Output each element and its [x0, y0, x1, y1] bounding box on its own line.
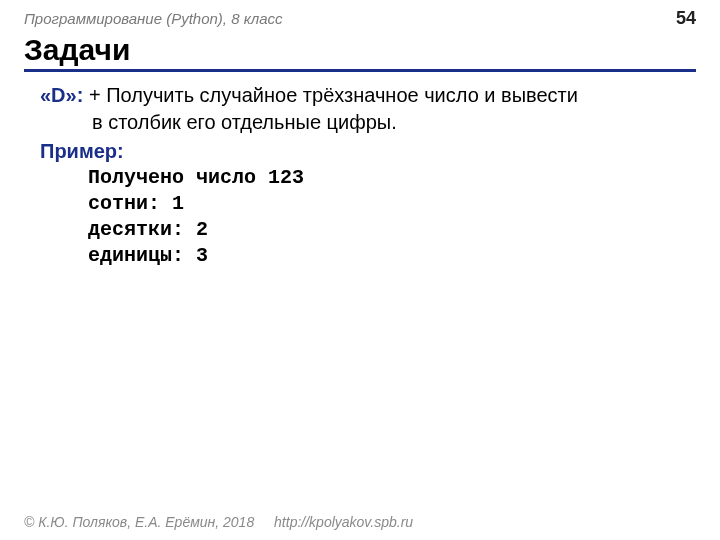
task-label: «D»: — [40, 84, 83, 106]
example-line: Получено число 123 — [40, 165, 696, 191]
page-number: 54 — [676, 8, 696, 29]
content-body: «D»: + Получить случайное трёхзначное чи… — [24, 82, 696, 269]
footer: © К.Ю. Поляков, Е.А. Ерёмин, 2018 http:/… — [24, 514, 413, 530]
task-block: «D»: + Получить случайное трёхзначное чи… — [40, 82, 696, 136]
page-title: Задачи — [24, 33, 696, 72]
example-line: десятки: 2 — [40, 217, 696, 243]
breadcrumb: Программирование (Python), 8 класс — [24, 10, 283, 27]
footer-copyright: © К.Ю. Поляков, Е.А. Ерёмин, 2018 — [24, 514, 254, 530]
footer-link: http://kpolyakov.spb.ru — [274, 514, 413, 530]
example-line: сотни: 1 — [40, 191, 696, 217]
slide: Программирование (Python), 8 класс 54 За… — [0, 0, 720, 540]
top-bar: Программирование (Python), 8 класс 54 — [24, 8, 696, 29]
task-text-line2: в столбик его отдельные цифры. — [40, 109, 696, 136]
example-line: единицы: 3 — [40, 243, 696, 269]
example-label: Пример: — [40, 138, 696, 165]
task-text-line1: + Получить случайное трёхзначное число и… — [83, 84, 578, 106]
